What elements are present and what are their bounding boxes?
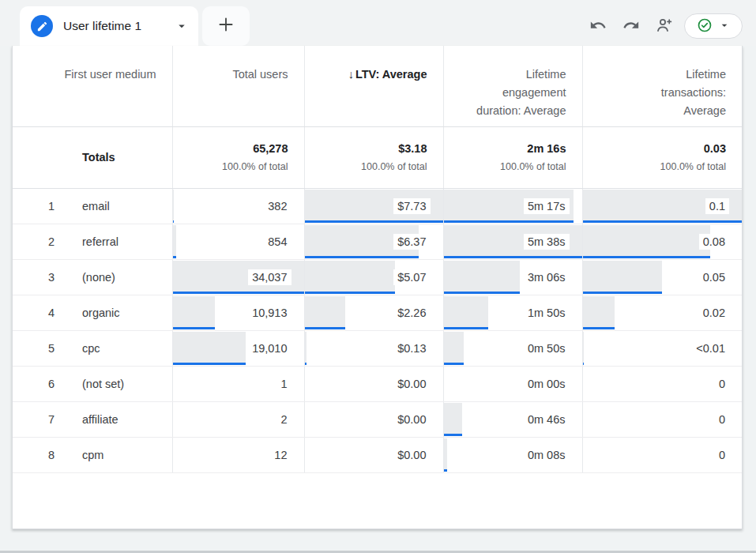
tab-user-lifetime-1[interactable]: User lifetime 1 [20, 6, 198, 46]
cell-value: 5m 17s [524, 198, 570, 214]
cell-value: $0.00 [393, 376, 430, 392]
dimension-cell: 1email [13, 188, 172, 224]
chevron-down-icon[interactable] [175, 19, 189, 33]
metric-cell: $0.00 [304, 401, 443, 437]
table-row[interactable]: 6(not set)1$0.000m 00s0 [13, 366, 742, 401]
bar-fill [173, 332, 246, 363]
redo-button[interactable] [618, 13, 645, 40]
totals-metric-cell: $3.18100.0% of total [304, 126, 443, 188]
bar-fill [444, 332, 465, 363]
bar-fill [583, 225, 710, 256]
bar-accent [305, 292, 396, 294]
dimension-cell: 2referral [13, 224, 172, 259]
bar-fill [444, 403, 463, 434]
cell-value: 0m 46s [524, 412, 570, 427]
metric-cell: $0.00 [304, 437, 443, 472]
table-row[interactable]: 2referral854$6.375m 38s0.08 [13, 224, 742, 259]
bar-accent [173, 256, 176, 258]
cell-value: $0.00 [393, 412, 430, 427]
header-row: First user mediumTotal users↓LTV: Averag… [13, 46, 742, 126]
bar-accent [583, 292, 663, 294]
metric-cell: $7.73 [304, 188, 443, 224]
metric-cell: 1 [172, 366, 304, 401]
bar-accent [173, 327, 215, 329]
cell-value: 0m 00s [524, 376, 570, 392]
status-button[interactable] [684, 13, 743, 39]
bar-accent [444, 256, 582, 258]
table-row[interactable]: 3(none)34,037$5.073m 06s0.05 [13, 259, 742, 295]
cell-value: 1 [276, 376, 291, 392]
dimension-value: (none) [82, 271, 115, 284]
toolbar [585, 13, 743, 40]
metric-cell: $0.13 [304, 330, 443, 366]
bar-accent [444, 327, 489, 329]
dimension-inner: 3(none) [13, 271, 172, 284]
cell-value: $7.73 [393, 198, 430, 214]
undo-icon [589, 17, 607, 36]
column-header-2[interactable]: Total users [172, 46, 304, 126]
bar-fill [173, 190, 175, 220]
dimension-inner: 6(not set) [13, 378, 172, 390]
dimension-value: organic [82, 307, 120, 319]
add-tab-button[interactable] [202, 6, 250, 46]
bar-fill [444, 438, 447, 469]
column-header-4[interactable]: Lifetime engagement duration: Average [443, 46, 582, 126]
bar-fill [583, 261, 663, 292]
table-row[interactable]: 4organic10,913$2.261m 50s0.02 [13, 295, 742, 330]
bar-fill [444, 296, 489, 327]
metric-cell: 19,010 [172, 330, 304, 366]
undo-button[interactable] [585, 13, 611, 40]
tab-bar: User lifetime 1 [0, 0, 756, 46]
cell-value: 0m 50s [524, 340, 570, 356]
bar-accent [444, 220, 574, 223]
dimension-value: cpm [82, 449, 103, 461]
column-header-label: LTV: Average [355, 66, 427, 84]
column-header-label: Total users [232, 66, 288, 84]
metric-cell: 34,037 [172, 259, 304, 295]
column-header-label: Lifetime engagement duration: Average [462, 66, 566, 120]
table-row[interactable]: 8cpm12$0.000m 08s0 [13, 437, 742, 472]
bar-accent [444, 434, 463, 436]
cell-value: 0.05 [699, 269, 729, 285]
bar-accent [173, 292, 304, 294]
totals-value: $3.18 [305, 141, 427, 156]
share-insights-button[interactable] [651, 13, 678, 40]
dimension-cell: 4organic [13, 295, 172, 330]
column-header-5[interactable]: Lifetime transactions: Average [582, 46, 742, 126]
table-row[interactable]: 1email382$7.735m 17s0.1 [13, 188, 742, 224]
totals-label-cell: Totals [13, 126, 172, 188]
bar-accent [583, 363, 585, 365]
table-row[interactable]: 5cpc19,010$0.130m 50s<0.01 [13, 330, 742, 366]
cell-value: 0 [715, 447, 729, 463]
cell-value: 0.02 [699, 305, 729, 321]
cell-value: $0.00 [393, 447, 430, 463]
bar-fill [173, 296, 215, 327]
bar-accent [305, 363, 307, 365]
cell-value: 5m 38s [524, 234, 570, 250]
person-add-icon [655, 16, 674, 37]
column-header-3[interactable]: ↓LTV: Average [304, 46, 443, 126]
tab-title: User lifetime 1 [63, 19, 141, 33]
bar-fill [305, 261, 396, 292]
metric-cell: 0 [582, 437, 742, 472]
metric-cell: $6.37 [304, 224, 443, 259]
dimension-cell: 6(not set) [13, 366, 172, 401]
table-row[interactable]: 7affiliate2$0.000m 46s0 [13, 401, 742, 437]
bar-accent [173, 363, 246, 365]
cell-value: $6.37 [393, 234, 430, 250]
column-header-1[interactable]: First user medium [13, 46, 172, 126]
cell-value: 12 [270, 447, 291, 463]
row-index: 2 [39, 235, 63, 248]
metric-cell: 1m 50s [443, 295, 582, 330]
totals-percent-of-total: 100.0% of total [583, 160, 727, 174]
bar-accent [305, 220, 443, 223]
bar-accent [583, 220, 743, 223]
table-body: Totals65,278100.0% of total$3.18100.0% o… [13, 126, 742, 472]
metric-cell: 3m 06s [443, 259, 582, 295]
bar-accent [444, 292, 520, 294]
bar-accent [305, 327, 345, 329]
cell-value: 1m 50s [524, 305, 570, 321]
dimension-cell: 7affiliate [13, 401, 172, 437]
dimension-inner: 1email [13, 200, 172, 213]
row-index: 8 [39, 449, 63, 461]
